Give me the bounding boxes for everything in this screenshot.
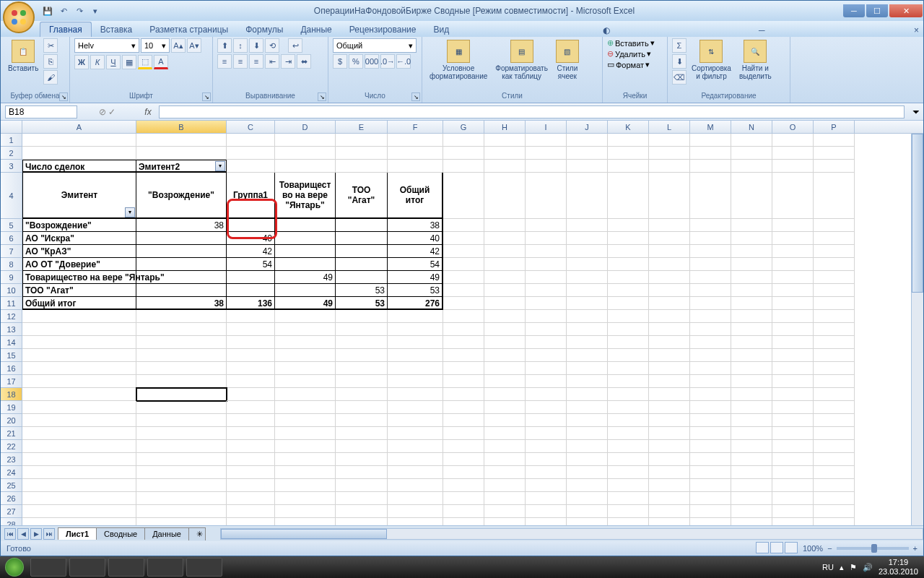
cell[interactable] — [814, 375, 855, 388]
cell[interactable] — [814, 310, 855, 323]
cell[interactable] — [649, 232, 690, 245]
cell[interactable] — [690, 466, 731, 479]
col-header-J[interactable]: J — [567, 121, 608, 133]
cell[interactable] — [227, 362, 275, 375]
taskbar-item[interactable] — [69, 558, 105, 577]
tray-clock[interactable]: 17:1923.03.2010 — [879, 558, 918, 577]
cell[interactable] — [526, 297, 567, 310]
cell[interactable] — [275, 284, 336, 297]
cell[interactable] — [772, 375, 814, 388]
cell[interactable] — [567, 479, 608, 492]
tab-page-layout[interactable]: Разметка страницы — [141, 22, 237, 37]
cell[interactable] — [567, 414, 608, 427]
delete-cells-button[interactable]: ⊖Удалить▾ — [607, 49, 651, 59]
wrap-text-icon[interactable]: ↩ — [288, 38, 302, 53]
insert-cells-button[interactable]: ⊕Вставить▾ — [607, 38, 655, 48]
cell[interactable]: Группа1 — [227, 173, 275, 219]
cell[interactable] — [336, 323, 388, 336]
cell[interactable] — [608, 518, 649, 525]
cell[interactable] — [227, 147, 275, 160]
cell[interactable] — [608, 232, 649, 245]
office-button[interactable] — [3, 1, 35, 33]
zoom-in-icon[interactable]: + — [913, 544, 918, 553]
cell[interactable] — [772, 336, 814, 349]
row-header[interactable]: 13 — [1, 323, 22, 336]
cell[interactable]: АО "Искра" — [22, 232, 136, 245]
cell[interactable] — [443, 258, 484, 271]
cell[interactable] — [227, 134, 275, 147]
cell[interactable] — [484, 414, 526, 427]
cell[interactable] — [443, 492, 484, 505]
tab-view[interactable]: Вид — [424, 22, 458, 37]
cell[interactable] — [484, 349, 526, 362]
cell[interactable] — [388, 388, 443, 401]
cell[interactable] — [484, 258, 526, 271]
maximize-button[interactable]: ☐ — [866, 4, 888, 17]
cell[interactable] — [649, 258, 690, 271]
cell[interactable] — [814, 401, 855, 414]
cell[interactable] — [275, 258, 336, 271]
italic-icon[interactable]: К — [90, 55, 105, 69]
paste-button[interactable]: 📋 Вставить — [5, 38, 41, 74]
cell[interactable] — [772, 349, 814, 362]
cell[interactable] — [649, 284, 690, 297]
cell[interactable] — [526, 147, 567, 160]
row-header[interactable]: 1 — [1, 134, 22, 147]
qat-customize-icon[interactable]: ▾ — [89, 4, 102, 17]
cell[interactable] — [22, 310, 136, 323]
cell[interactable] — [227, 466, 275, 479]
clipboard-dialog-launcher[interactable]: ↘ — [59, 92, 68, 101]
col-header-N[interactable]: N — [731, 121, 772, 133]
cell[interactable] — [443, 336, 484, 349]
cell[interactable] — [772, 147, 814, 160]
new-sheet-icon[interactable]: ✳ — [188, 527, 206, 540]
cell[interactable] — [772, 453, 814, 466]
cell[interactable] — [136, 492, 227, 505]
cell[interactable] — [336, 427, 388, 440]
cell[interactable] — [690, 362, 731, 375]
cell[interactable] — [443, 518, 484, 525]
cell[interactable] — [608, 453, 649, 466]
cell[interactable] — [649, 492, 690, 505]
cell[interactable] — [275, 134, 336, 147]
pivot-dropdown-icon[interactable]: ▾ — [215, 161, 225, 171]
cell[interactable]: 38 — [388, 219, 443, 232]
cell[interactable] — [567, 336, 608, 349]
cell[interactable] — [275, 375, 336, 388]
align-dialog-launcher[interactable]: ↘ — [318, 92, 326, 101]
view-buttons[interactable] — [755, 542, 798, 555]
fill-icon[interactable]: ⬇ — [672, 54, 687, 69]
cell[interactable] — [275, 323, 336, 336]
row-header[interactable]: 4 — [1, 173, 22, 219]
cell[interactable] — [814, 518, 855, 525]
cell[interactable] — [608, 245, 649, 258]
cell[interactable] — [443, 479, 484, 492]
cell[interactable] — [336, 479, 388, 492]
cell[interactable]: 49 — [388, 271, 443, 284]
cell[interactable] — [814, 427, 855, 440]
cell[interactable] — [22, 323, 136, 336]
cell[interactable] — [227, 336, 275, 349]
cell[interactable] — [814, 336, 855, 349]
cell[interactable] — [772, 297, 814, 310]
cell[interactable] — [336, 232, 388, 245]
cell[interactable] — [526, 336, 567, 349]
cell[interactable]: Эмитент — [22, 173, 136, 219]
cell[interactable] — [336, 466, 388, 479]
cell[interactable] — [567, 284, 608, 297]
border-icon[interactable]: ▦ — [122, 55, 136, 69]
cell[interactable] — [772, 466, 814, 479]
cell[interactable] — [772, 492, 814, 505]
cell[interactable] — [484, 388, 526, 401]
cell[interactable] — [136, 245, 227, 258]
cell[interactable] — [136, 401, 227, 414]
cell[interactable] — [608, 505, 649, 518]
cell[interactable] — [731, 375, 772, 388]
cell[interactable] — [690, 440, 731, 453]
sheet-tab-1[interactable]: Лист1 — [58, 527, 97, 540]
cell[interactable] — [731, 466, 772, 479]
cell[interactable] — [227, 160, 275, 173]
underline-icon[interactable]: Ч — [106, 55, 121, 69]
cell[interactable] — [22, 479, 136, 492]
cell[interactable] — [443, 232, 484, 245]
